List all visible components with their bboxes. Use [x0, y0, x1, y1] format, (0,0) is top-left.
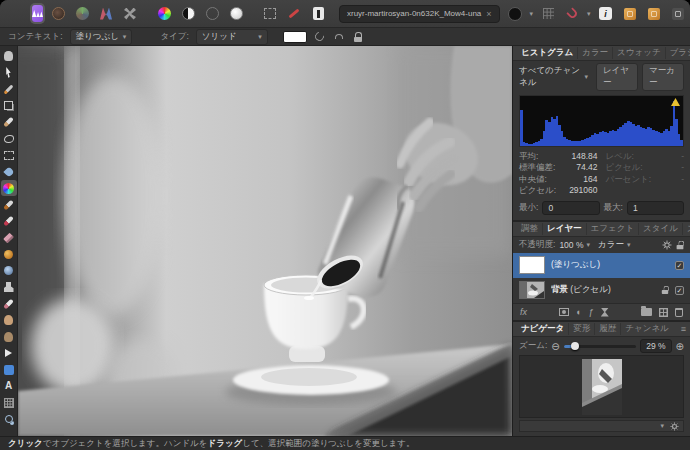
tool-dodge[interactable]	[1, 246, 17, 262]
move-backward-icon[interactable]	[669, 5, 687, 23]
channel-select[interactable]: すべてのチャンネル ▾	[519, 65, 588, 89]
group-layers-icon[interactable]	[641, 308, 652, 316]
tool-freehand[interactable]	[1, 131, 17, 147]
tab-stock[interactable]: ストック	[682, 223, 690, 235]
move-forward-icon[interactable]	[645, 5, 663, 23]
tool-text[interactable]: A	[1, 378, 17, 394]
mask-layer-icon[interactable]	[559, 308, 569, 316]
layer-row-fill[interactable]: (塗りつぶし) ✓	[513, 253, 690, 278]
tab-histogram[interactable]: ヒストグラム	[517, 47, 577, 59]
context-dropdown[interactable]: 塗りつぶし ▾	[70, 29, 133, 45]
tool-clone[interactable]	[1, 279, 17, 295]
layer-visibility-checkbox[interactable]: ✓	[675, 261, 684, 270]
tab-layers[interactable]: レイヤー	[542, 223, 586, 235]
adjustment-layer-icon[interactable]: ◐	[576, 307, 581, 317]
zoom-out-icon[interactable]: ⊖	[551, 341, 559, 352]
tab-adjustments[interactable]: 調整	[517, 223, 542, 235]
tool-healing[interactable]	[1, 296, 17, 312]
panel-menu-icon[interactable]: ≡	[681, 324, 686, 334]
document-tab[interactable]: xruyr-martirosyan-0n632K_Mow4-una ×	[339, 5, 500, 23]
tool-gradient[interactable]	[1, 180, 17, 196]
color-swatch-button[interactable]	[506, 5, 524, 23]
blend-mode-dropdown[interactable]: カラー ▾	[598, 239, 630, 251]
tab-brushes[interactable]: ブラシ	[665, 47, 690, 59]
layer-scope-button[interactable]: レイヤー	[596, 63, 638, 91]
marker-button[interactable]: マーカー	[642, 63, 684, 91]
chevron-down-icon: ▾	[258, 33, 262, 41]
liquify-persona-icon[interactable]	[49, 5, 67, 23]
tool-view[interactable]	[1, 48, 17, 64]
document-info-icon[interactable]	[309, 5, 327, 23]
zoom-in-icon[interactable]: ⊕	[676, 341, 684, 352]
swatch-caret-icon[interactable]: ▾	[530, 10, 534, 18]
new-layer-icon[interactable]	[659, 308, 668, 317]
layer-row-background[interactable]: 背景 (ピクセル) ✓	[513, 278, 690, 303]
rotate-icon[interactable]	[314, 31, 326, 43]
lock-aspect-icon[interactable]	[352, 31, 364, 43]
tool-mesh-warp[interactable]	[1, 395, 17, 411]
opacity-dropdown[interactable]: 100 % ▾	[559, 240, 590, 250]
tab-history[interactable]: 履歴	[594, 323, 620, 335]
auto-white-balance-icon[interactable]	[155, 5, 173, 23]
gear-icon[interactable]	[670, 422, 679, 431]
selection-marquee-icon[interactable]	[261, 5, 279, 23]
navigator-preview[interactable]	[519, 355, 684, 418]
delete-layer-icon[interactable]	[675, 308, 683, 317]
lock-icon[interactable]	[662, 286, 668, 294]
auto-levels-icon[interactable]	[227, 5, 245, 23]
auto-colors-icon[interactable]	[203, 5, 221, 23]
develop-persona-icon[interactable]	[73, 5, 91, 23]
tab-swatches[interactable]: スウォッチ	[612, 47, 665, 59]
lock-icon[interactable]	[677, 241, 684, 250]
slice-icon[interactable]	[285, 5, 303, 23]
live-filter-icon[interactable]: ƒ	[589, 307, 594, 317]
tool-dodge-brush[interactable]	[1, 312, 17, 328]
tool-move[interactable]	[1, 65, 17, 81]
fill-color-swatch[interactable]	[283, 31, 307, 43]
tool-smudge[interactable]	[1, 329, 17, 345]
tool-flood-select[interactable]	[1, 164, 17, 180]
reverse-icon[interactable]	[333, 31, 345, 43]
min-input[interactable]: 0	[542, 201, 599, 215]
tool-selection-brush[interactable]	[1, 114, 17, 130]
tab-channels[interactable]: チャンネル	[620, 323, 673, 335]
chevron-down-icon[interactable]: ▾	[660, 422, 664, 430]
document-tab-close-icon[interactable]: ×	[486, 9, 491, 19]
tool-marquee[interactable]	[1, 147, 17, 163]
layer-effects-icon[interactable]: fx	[520, 307, 527, 317]
layer-visibility-checkbox[interactable]: ✓	[675, 286, 684, 295]
document-canvas[interactable]	[18, 46, 512, 436]
tool-colorpicker[interactable]	[1, 81, 17, 97]
snapping-magnet-icon[interactable]	[563, 5, 581, 23]
blend-ranges-icon[interactable]	[601, 308, 609, 317]
tool-shape[interactable]	[1, 362, 17, 378]
tool-blur[interactable]	[1, 263, 17, 279]
photo-persona-icon[interactable]	[32, 5, 43, 22]
tool-blemish[interactable]	[1, 345, 17, 361]
type-dropdown[interactable]: ソリッド ▾	[196, 29, 268, 45]
tab-navigator[interactable]: ナビゲータ	[517, 323, 568, 335]
zoom-value-field[interactable]: 29 %	[640, 339, 671, 353]
export-persona-icon[interactable]	[121, 5, 139, 23]
tab-styles[interactable]: スタイル	[638, 223, 682, 235]
min-label: 最小:	[519, 202, 538, 214]
assistant-icon[interactable]: i	[597, 5, 615, 23]
tool-pixel[interactable]	[1, 213, 17, 229]
chevron-down-icon: ▾	[627, 241, 631, 249]
tool-eraser[interactable]	[1, 230, 17, 246]
snapping-grid-icon[interactable]	[539, 5, 557, 23]
gear-icon[interactable]	[662, 240, 672, 250]
max-input[interactable]: 1	[627, 201, 684, 215]
tone-mapping-persona-icon[interactable]	[97, 5, 115, 23]
tab-effects[interactable]: エフェクト	[586, 223, 639, 235]
tab-color[interactable]: カラー	[577, 47, 612, 59]
snapping-caret-icon[interactable]: ▾	[587, 10, 591, 18]
tab-transform[interactable]: 変形	[568, 323, 594, 335]
tool-paint-brush[interactable]	[1, 197, 17, 213]
auto-contrast-icon[interactable]	[179, 5, 197, 23]
zoom-slider[interactable]	[564, 345, 637, 348]
move-to-front-icon[interactable]	[621, 5, 639, 23]
tool-crop[interactable]	[1, 98, 17, 114]
chevron-down-icon: ▾	[123, 33, 127, 41]
tool-zoom[interactable]	[1, 411, 17, 427]
